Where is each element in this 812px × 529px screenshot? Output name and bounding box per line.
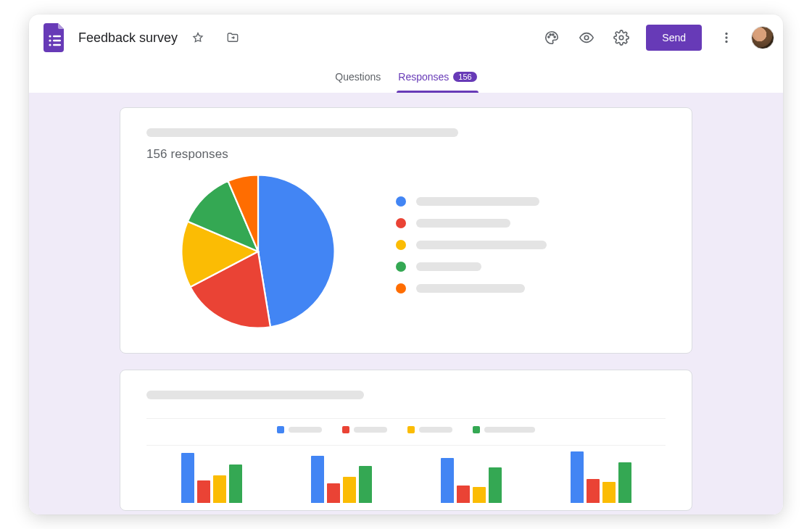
response-pie-card: 156 responses xyxy=(120,107,692,354)
legend-item xyxy=(396,240,547,250)
legend-label-placeholder xyxy=(416,262,481,271)
bar-group xyxy=(181,453,242,503)
bar-group xyxy=(311,456,372,503)
bar-legend-item xyxy=(342,426,387,433)
tab-responses[interactable]: Responses 156 xyxy=(398,61,476,93)
svg-rect-3 xyxy=(53,40,61,41)
legend-label-placeholder xyxy=(416,284,525,293)
legend-item xyxy=(396,262,547,272)
gridline xyxy=(146,418,666,419)
settings-gear-icon[interactable] xyxy=(607,23,636,52)
pie-legend xyxy=(396,196,547,293)
bar xyxy=(457,486,470,504)
bar xyxy=(229,465,242,503)
legend-color-square xyxy=(407,426,415,433)
tab-questions[interactable]: Questions xyxy=(335,61,381,93)
legend-label-placeholder xyxy=(354,427,387,433)
svg-point-9 xyxy=(554,36,555,38)
svg-rect-5 xyxy=(53,44,61,46)
svg-point-11 xyxy=(620,36,624,40)
bar xyxy=(473,487,486,503)
svg-point-13 xyxy=(725,36,727,38)
bar xyxy=(602,482,616,503)
document-title[interactable]: Feedback survey xyxy=(78,30,178,46)
svg-rect-1 xyxy=(53,36,61,37)
pie-slice xyxy=(258,175,335,327)
tabs-bar: Questions Responses 156 xyxy=(29,61,783,93)
question-title-placeholder xyxy=(146,391,364,399)
legend-color-square xyxy=(473,426,480,433)
bar-group xyxy=(571,451,631,503)
pie-chart xyxy=(178,172,338,331)
svg-point-7 xyxy=(550,34,551,36)
bar xyxy=(441,458,454,503)
svg-point-14 xyxy=(725,41,727,43)
legend-item xyxy=(396,196,547,207)
legend-color-dot xyxy=(396,240,406,250)
bar-legend-item xyxy=(277,426,322,433)
move-to-folder-icon[interactable] xyxy=(218,23,247,52)
bar-chart xyxy=(146,445,666,503)
bar xyxy=(213,475,226,503)
responses-count-label: 156 responses xyxy=(146,147,666,162)
legend-label-placeholder xyxy=(289,427,322,433)
bar xyxy=(587,479,600,503)
header-bar: Feedback survey xyxy=(29,14,783,61)
bar xyxy=(327,483,340,503)
bar-legend-item xyxy=(473,426,535,433)
tab-responses-label: Responses xyxy=(398,71,449,83)
svg-point-0 xyxy=(49,35,51,37)
svg-point-8 xyxy=(552,34,554,36)
legend-color-dot xyxy=(396,283,406,293)
account-avatar[interactable] xyxy=(751,26,774,49)
bar xyxy=(359,466,372,503)
workspace: 156 responses xyxy=(29,93,783,515)
svg-point-12 xyxy=(725,33,727,35)
theme-palette-icon[interactable] xyxy=(537,23,566,52)
legend-color-dot xyxy=(396,262,406,272)
svg-point-6 xyxy=(548,36,550,38)
bar xyxy=(489,467,502,503)
legend-color-dot xyxy=(396,218,406,228)
svg-point-2 xyxy=(49,39,51,41)
svg-point-4 xyxy=(49,43,51,46)
response-bar-card xyxy=(120,370,692,511)
bar xyxy=(343,477,356,503)
legend-color-square xyxy=(342,426,349,433)
bar xyxy=(571,451,584,503)
bar-legend xyxy=(146,426,666,433)
send-button[interactable]: Send xyxy=(646,25,702,51)
legend-color-square xyxy=(277,426,284,433)
legend-item xyxy=(396,283,547,293)
bar xyxy=(311,456,324,503)
star-icon[interactable] xyxy=(183,23,212,52)
legend-label-placeholder xyxy=(416,241,547,249)
legend-label-placeholder xyxy=(484,427,535,433)
more-vert-icon[interactable] xyxy=(712,23,741,52)
forms-logo[interactable] xyxy=(41,23,70,52)
legend-label-placeholder xyxy=(416,197,539,206)
bar-legend-item xyxy=(407,426,452,433)
forms-editor-window: Feedback survey xyxy=(29,14,783,515)
bar xyxy=(181,453,194,503)
question-title-placeholder xyxy=(146,128,458,137)
bar xyxy=(197,480,210,503)
bar xyxy=(618,462,631,503)
preview-eye-icon[interactable] xyxy=(572,23,601,52)
tab-questions-label: Questions xyxy=(335,71,381,83)
bar-group xyxy=(441,458,502,503)
legend-item xyxy=(396,218,547,228)
svg-point-10 xyxy=(585,36,589,40)
legend-color-dot xyxy=(396,196,406,207)
responses-count-badge: 156 xyxy=(453,72,476,82)
legend-label-placeholder xyxy=(416,219,510,228)
legend-label-placeholder xyxy=(419,427,452,433)
